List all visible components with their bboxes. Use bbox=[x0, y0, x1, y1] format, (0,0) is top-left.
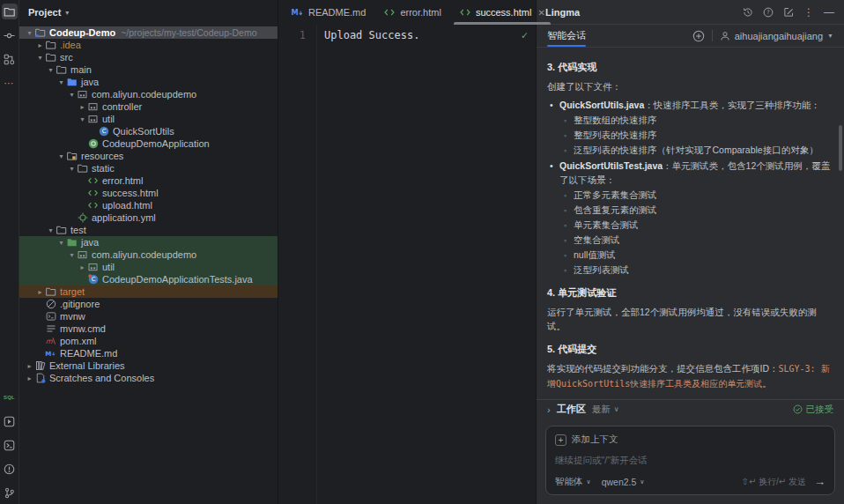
tree-item-error.html[interactable]: error.html bbox=[19, 174, 278, 187]
kebab-menu-icon[interactable]: ⋮ bbox=[803, 6, 815, 19]
chevron-down-icon[interactable]: ▾ bbox=[46, 226, 56, 234]
tree-item-.gitignore[interactable]: .gitignore bbox=[19, 298, 278, 310]
tree-item-test[interactable]: ▾test bbox=[19, 224, 278, 236]
chevron-down-icon[interactable]: ▾ bbox=[67, 251, 77, 259]
add-context-button[interactable]: + 添加上下文 bbox=[555, 434, 825, 446]
tree-item-target[interactable]: ▸target bbox=[19, 285, 278, 298]
tree-item-external-libraries[interactable]: ▸External Libraries bbox=[19, 359, 278, 372]
chat-text: 泛型列表测试 bbox=[574, 264, 629, 275]
tree-item-.idea[interactable]: ▸.idea bbox=[19, 39, 278, 51]
tree-item-main[interactable]: ▾main bbox=[19, 63, 278, 76]
history-icon[interactable] bbox=[742, 6, 754, 19]
tree-item-scratches-and-consoles[interactable]: ▸Scratches and Consoles bbox=[19, 372, 278, 384]
chat-text: QuickSortUtils.java bbox=[559, 100, 644, 110]
chat-text: 整型数组的快速排序 bbox=[574, 115, 657, 125]
chevron-down-icon: ▼ bbox=[827, 33, 833, 39]
chevron-right-icon[interactable]: ▸ bbox=[78, 103, 87, 111]
tree-item-controller[interactable]: ▸controller bbox=[19, 100, 278, 113]
close-icon[interactable]: ✕ bbox=[537, 8, 544, 18]
chevron-down-icon[interactable]: ▾ bbox=[25, 29, 34, 37]
chevron-down-icon[interactable]: ▾ bbox=[35, 54, 45, 62]
tree-item-codeupdemoapplication[interactable]: CodeupDemoApplication bbox=[19, 137, 278, 150]
project-panel: Project ▾ ▾Codeup-Demo~/projects/my-test… bbox=[19, 0, 278, 504]
tree-item-src[interactable]: ▾src bbox=[19, 51, 278, 63]
tree-item-readme.md[interactable]: MREADME.md bbox=[19, 347, 278, 359]
editor-code-line[interactable]: Upload Success. bbox=[317, 25, 536, 504]
tree-item-java[interactable]: ▾java bbox=[19, 76, 278, 88]
tree-item-label: error.html bbox=[102, 175, 143, 186]
minimize-icon[interactable]: — bbox=[823, 6, 835, 19]
chat-text: 整型列表的快速排序 bbox=[574, 130, 657, 140]
tree-item-label: controller bbox=[102, 101, 142, 112]
chevron-down-icon[interactable]: ▾ bbox=[56, 152, 66, 160]
commit-tool-icon[interactable] bbox=[2, 27, 18, 43]
chevron-down-icon[interactable]: ▾ bbox=[67, 91, 77, 99]
tree-item-util[interactable]: ▸util bbox=[19, 261, 278, 273]
folder-icon bbox=[45, 40, 56, 50]
chevron-down-icon[interactable]: ▾ bbox=[46, 66, 56, 74]
help-icon[interactable]: ? bbox=[762, 6, 774, 19]
send-button[interactable]: → bbox=[814, 475, 825, 488]
tree-item-pom.xml[interactable]: mpom.xml bbox=[19, 335, 278, 347]
chevron-down-icon[interactable]: ▾ bbox=[56, 78, 66, 86]
tree-item-codeupdemoapplicationtests.java[interactable]: CCodeupDemoApplicationTests.java bbox=[19, 273, 278, 285]
tree-item-mvnw[interactable]: mvnw bbox=[19, 310, 278, 322]
scrollbar-thumb[interactable] bbox=[839, 125, 842, 171]
chevron-right-icon[interactable]: ▸ bbox=[78, 263, 87, 271]
chevron-right-icon[interactable]: ▸ bbox=[25, 362, 34, 370]
tree-item-application.yml[interactable]: application.yml bbox=[19, 211, 278, 224]
workspace-bar[interactable]: › 工作区 最新 ∨ 已接受 bbox=[537, 399, 844, 419]
model-selector[interactable]: qwen2.5 ∨ bbox=[602, 477, 645, 487]
chat-bullet: 泛型列表的快速排序（针对实现了Comparable接口的对象） bbox=[547, 144, 832, 157]
chat-paragraph: 运行了单元测试，全部12个测试用例均通过，没有错误或失败的测试。 bbox=[547, 305, 832, 333]
inspection-ok-icon[interactable]: ✓ bbox=[522, 29, 528, 41]
services-tool-icon[interactable] bbox=[2, 413, 18, 429]
tab-error.html[interactable]: error.html bbox=[374, 0, 449, 25]
agent-selector[interactable]: 智能体 ∨ bbox=[555, 476, 591, 488]
tab-readme.md[interactable]: MREADME.md bbox=[282, 0, 374, 25]
tab-smart-conversation[interactable]: 智能会话 bbox=[547, 25, 586, 47]
chevron-down-icon[interactable]: ∨ bbox=[614, 405, 619, 413]
structure-tool-icon[interactable] bbox=[2, 51, 18, 67]
new-chat-icon[interactable] bbox=[782, 6, 795, 19]
tab-success.html[interactable]: success.html✕ bbox=[450, 0, 554, 25]
tree-item-mvnw.cmd[interactable]: mvnw.cmd bbox=[19, 322, 278, 335]
chat-input[interactable]: 继续提问或"/"新开会话 bbox=[555, 455, 825, 467]
editor-area: MREADME.mderror.htmlsuccess.html✕⋮ 1 Upl… bbox=[278, 0, 536, 504]
tree-item-label: application.yml bbox=[92, 212, 156, 223]
svg-text:M: M bbox=[291, 8, 298, 17]
chevron-right-icon[interactable]: ▸ bbox=[35, 41, 45, 49]
tree-item-resources[interactable]: ▾resources bbox=[19, 150, 278, 162]
tree-item-static[interactable]: ▾static bbox=[19, 162, 278, 174]
tree-item-label: com.aliyun.codeupdemo bbox=[92, 249, 196, 260]
chat-composer[interactable]: + 添加上下文 继续提问或"/"新开会话 智能体 ∨ qwen2.5 ∨ ⇧↵ … bbox=[545, 426, 835, 495]
chevron-right-icon[interactable]: › bbox=[547, 404, 551, 415]
new-session-plus-icon[interactable] bbox=[692, 30, 705, 42]
tree-item-codeup-demo[interactable]: ▾Codeup-Demo~/projects/my-test/Codeup-De… bbox=[19, 26, 278, 39]
terminal-tool-icon[interactable] bbox=[2, 437, 18, 453]
tree-item-com.aliyun.codeupdemo[interactable]: ▾com.aliyun.codeupdemo bbox=[19, 248, 278, 261]
project-tool-icon[interactable] bbox=[2, 4, 18, 19]
tree-item-success.html[interactable]: success.html bbox=[19, 187, 278, 199]
editor-body[interactable]: 1 Upload Success. ✓ bbox=[278, 25, 536, 504]
sql-tool-icon[interactable]: SQL bbox=[2, 389, 18, 405]
tree-item-util[interactable]: ▾util bbox=[19, 113, 278, 125]
package-icon bbox=[87, 262, 99, 272]
tree-item-java[interactable]: ▾java bbox=[19, 236, 278, 248]
chevron-down-icon[interactable]: ▾ bbox=[78, 115, 87, 123]
project-tree: ▾Codeup-Demo~/projects/my-test/Codeup-De… bbox=[19, 25, 278, 504]
chevron-down-icon[interactable]: ▾ bbox=[56, 239, 66, 247]
user-account-menu[interactable]: aihuajiangaihuajiang ▼ bbox=[720, 31, 833, 41]
chevron-right-icon[interactable]: ▸ bbox=[35, 288, 45, 296]
tree-item-quicksortutils[interactable]: CQuickSortUtils bbox=[19, 125, 278, 137]
more-tools-icon[interactable]: ⋯ bbox=[2, 75, 18, 91]
tree-item-label: Scratches and Consoles bbox=[49, 373, 154, 383]
tree-item-com.aliyun.codeupdemo[interactable]: ▾com.aliyun.codeupdemo bbox=[19, 88, 278, 100]
package-icon bbox=[87, 114, 99, 124]
problems-tool-icon[interactable] bbox=[2, 461, 18, 477]
git-tool-icon[interactable] bbox=[2, 485, 18, 500]
tree-item-upload.html[interactable]: upload.html bbox=[19, 199, 278, 211]
project-panel-header[interactable]: Project ▾ bbox=[19, 0, 278, 25]
chevron-right-icon[interactable]: ▸ bbox=[25, 374, 34, 382]
chevron-down-icon[interactable]: ▾ bbox=[67, 165, 77, 173]
